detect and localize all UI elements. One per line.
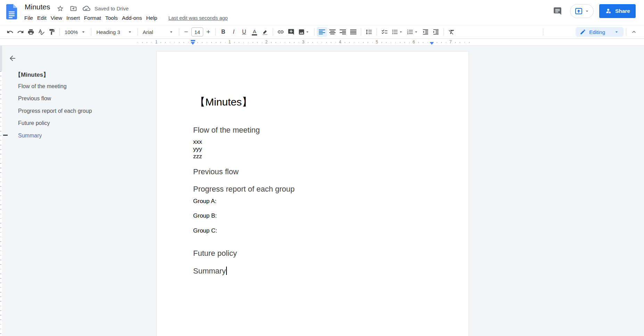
- outline-item-summary[interactable]: Summary: [18, 133, 42, 139]
- ruler-number: 6: [411, 40, 416, 45]
- outline-item-flow[interactable]: Flow of the meeting: [18, 83, 67, 90]
- outline-item-previous[interactable]: Previous flow: [18, 95, 51, 102]
- paragraph-style-select[interactable]: Heading 3: [94, 27, 135, 37]
- last-edit-link[interactable]: Last edit was seconds ago: [168, 15, 228, 21]
- right-indent-marker[interactable]: [430, 42, 434, 45]
- menu-view[interactable]: View: [49, 14, 64, 22]
- saved-status-label: Saved to Drive: [94, 6, 129, 11]
- doc-heading-summary[interactable]: Summary: [193, 267, 227, 276]
- doc-heading-title[interactable]: 【Minutes】: [195, 95, 252, 109]
- spellcheck-icon: [38, 28, 45, 35]
- undo-button[interactable]: [5, 27, 15, 37]
- align-right-button[interactable]: [338, 27, 348, 37]
- doc-heading-flow[interactable]: Flow of the meeting: [193, 126, 260, 135]
- align-left-icon: [319, 29, 325, 35]
- increase-indent-button[interactable]: [431, 27, 441, 37]
- outline-item-future[interactable]: Future policy: [18, 120, 50, 126]
- menu-tools[interactable]: Tools: [103, 14, 120, 22]
- menu-help[interactable]: Help: [144, 14, 159, 22]
- line-spacing-button[interactable]: [364, 27, 374, 37]
- menu-addons[interactable]: Add-ons: [120, 14, 144, 22]
- share-label: Share: [615, 8, 630, 14]
- font-size-input[interactable]: 14: [191, 27, 203, 36]
- print-button[interactable]: [26, 27, 36, 37]
- star-icon[interactable]: [56, 4, 65, 13]
- comment-history-button[interactable]: [551, 4, 564, 18]
- align-center-icon: [329, 29, 336, 35]
- editing-mode-button[interactable]: Editing: [576, 27, 624, 37]
- ruler-number: 2: [264, 40, 269, 45]
- chevron-down-icon: [398, 30, 403, 34]
- outline-item-progress[interactable]: Progress report of each group: [18, 108, 92, 114]
- highlighter-icon: [262, 28, 269, 35]
- first-line-indent-marker[interactable]: [191, 40, 195, 41]
- top-bar: Minutes Saved to Drive File Edit View In…: [0, 0, 644, 25]
- move-folder-icon[interactable]: [69, 4, 78, 13]
- clear-formatting-icon: [448, 28, 455, 35]
- doc-heading-future[interactable]: Future policy: [193, 249, 237, 258]
- pencil-icon: [580, 29, 586, 35]
- justify-icon: [350, 29, 356, 35]
- decrease-font-size-button[interactable]: −: [182, 27, 191, 37]
- doc-body-line[interactable]: Group B:: [193, 212, 217, 219]
- italic-button[interactable]: I: [229, 27, 239, 37]
- document-page[interactable]: 【Minutes】 Flow of the meeting xxx yyy zz…: [156, 51, 469, 336]
- doc-body-line[interactable]: zzz: [193, 153, 202, 160]
- align-left-button[interactable]: [317, 27, 327, 37]
- menu-edit[interactable]: Edit: [35, 14, 49, 22]
- redo-button[interactable]: [15, 27, 26, 37]
- insert-comment-button[interactable]: [286, 27, 296, 37]
- justify-button[interactable]: [348, 27, 358, 37]
- chevron-down-icon: [614, 29, 619, 35]
- doc-body-line[interactable]: xxx: [193, 138, 202, 145]
- decrease-indent-button[interactable]: [420, 27, 431, 37]
- doc-heading-progress[interactable]: Progress report of each group: [193, 185, 295, 194]
- menu-file[interactable]: File: [22, 14, 35, 22]
- person-lock-icon: [605, 8, 612, 15]
- ruler-number: 3: [301, 40, 306, 45]
- doc-heading-previous[interactable]: Previous flow: [193, 167, 239, 176]
- document-title[interactable]: Minutes: [25, 3, 50, 11]
- doc-body-line[interactable]: Group A:: [193, 198, 216, 205]
- paint-format-button[interactable]: [47, 27, 57, 37]
- horizontal-ruler[interactable]: 1 1 2 3 4 5 6 7: [0, 39, 644, 46]
- chevron-down-icon: [81, 29, 86, 35]
- decrease-indent-icon: [422, 28, 429, 35]
- undo-icon: [7, 28, 14, 35]
- bold-label: B: [221, 29, 225, 35]
- bulleted-list-button[interactable]: [390, 27, 405, 37]
- increase-font-size-button[interactable]: +: [204, 27, 213, 37]
- chevron-down-icon: [305, 30, 310, 34]
- highlight-color-button[interactable]: [260, 27, 270, 37]
- insert-link-button[interactable]: [275, 27, 286, 37]
- menu-insert[interactable]: Insert: [64, 14, 82, 22]
- underline-button[interactable]: U: [239, 27, 249, 37]
- insert-image-button[interactable]: [296, 27, 312, 37]
- outline-item-minutes[interactable]: 【Minutes】: [15, 71, 49, 79]
- present-button[interactable]: [570, 4, 594, 18]
- font-select[interactable]: Arial: [140, 27, 176, 37]
- vertical-ruler-margin: [0, 46, 2, 71]
- left-indent-marker[interactable]: [191, 42, 195, 45]
- bold-button[interactable]: B: [218, 27, 229, 37]
- docs-logo-icon[interactable]: [6, 4, 17, 19]
- paint-format-icon: [48, 28, 55, 35]
- spellcheck-button[interactable]: [36, 27, 47, 37]
- text-color-button[interactable]: A: [249, 27, 260, 37]
- numbered-list-button[interactable]: [405, 27, 420, 37]
- share-button[interactable]: Share: [599, 4, 636, 18]
- line-spacing-icon: [365, 28, 372, 35]
- zoom-select[interactable]: 100%: [62, 27, 89, 37]
- collapse-toolbar-button[interactable]: [629, 27, 639, 37]
- menu-format[interactable]: Format: [82, 14, 103, 22]
- clear-formatting-button[interactable]: [446, 27, 457, 37]
- document-workspace: 【Minutes】 Flow of the meeting Previous f…: [0, 46, 644, 336]
- doc-body-line[interactable]: Group C:: [193, 227, 217, 234]
- checklist-button[interactable]: [379, 27, 390, 37]
- cloud-saved-icon[interactable]: [82, 4, 91, 13]
- chevron-down-icon: [127, 29, 133, 35]
- redo-icon: [17, 28, 24, 35]
- close-outline-button[interactable]: [6, 51, 19, 65]
- doc-body-line[interactable]: yyy: [193, 145, 202, 153]
- align-center-button[interactable]: [327, 27, 338, 37]
